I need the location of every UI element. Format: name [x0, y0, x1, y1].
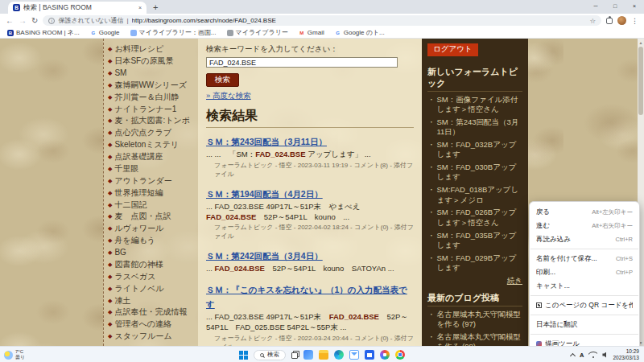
logout-button[interactable]: ログアウト — [427, 43, 478, 56]
context-menu-item-translate[interactable]: 日本語に翻訳 — [530, 318, 639, 331]
menu-item-link[interactable]: ◆ 図書館の神様 — [108, 259, 196, 271]
menu-item-link[interactable]: ◆ 麦・拡大図書:トンボ — [108, 115, 196, 127]
menu-item-link[interactable]: ◆ 管理者への連絡 — [108, 319, 196, 331]
tab-close-icon[interactable]: × — [138, 5, 142, 10]
context-menu-item-save-as[interactable]: 名前を付けて保存... Ctrl+S — [530, 252, 639, 265]
diamond-bullet-icon: ◆ — [108, 128, 112, 138]
menu-item-link[interactable]: ◆ 森博嗣WWシリーズ — [108, 80, 196, 92]
context-item-label: 名前を付けて保存... — [536, 254, 613, 264]
menu-item-link[interactable]: ◆ 舟を編もう — [108, 235, 196, 247]
bookmark-item[interactable]: マイライブラリー — [227, 28, 288, 37]
ime-indicator[interactable]: A — [580, 352, 584, 359]
extensions-icon[interactable] — [606, 18, 613, 24]
bookmark-item[interactable]: M Gmail — [299, 29, 324, 36]
address-bar[interactable]: i 保護されていない通信 | http://basingroom.com/sea… — [43, 15, 601, 26]
bookmark-item[interactable]: G Google のト... — [335, 28, 385, 37]
more-link[interactable]: 続き — [427, 276, 522, 286]
forum-topic-link[interactable]: ・ SM：FAD_026Bアップします＞悟空さん — [427, 208, 522, 228]
taskbar-app-chrome[interactable] — [395, 350, 405, 360]
task-view-button[interactable] — [291, 352, 298, 359]
menu-item-link[interactable]: ◆ 世界推理短編 — [108, 187, 196, 200]
result-title-link[interactable]: ＳＭ：『このキスを忘れない』（1）の入力配当表です — [206, 285, 407, 309]
bookmark-star-icon[interactable]: ☆ — [589, 17, 596, 25]
context-menu-item-cast[interactable]: キャスト... — [530, 279, 639, 293]
context-menu-item-reload[interactable]: 再読み込み Ctrl+R — [530, 232, 639, 246]
advanced-search-link[interactable]: » 高度な検索 — [206, 91, 251, 101]
menu-item-link[interactable]: ◆ ラスベガス — [108, 271, 196, 283]
back-button[interactable]: ← — [6, 17, 14, 25]
blog-post-link[interactable]: ・ 名古屋城本丸天守閣模型を作る (98) — [427, 332, 522, 346]
context-menu-item-print[interactable]: 印刷... Ctrl+P — [530, 265, 639, 279]
taskbar-search[interactable]: 検索 — [254, 350, 286, 360]
menu-item-link[interactable]: ◆ BG — [108, 247, 196, 259]
scroll-up-icon[interactable]: ▲ — [639, 39, 643, 46]
menu-item-link[interactable]: ◆ ライトノベル — [108, 283, 196, 295]
menu-item-link[interactable]: ◆ 点訳基礎講座 — [108, 151, 196, 163]
window-minimize-button[interactable]: ─ — [586, 0, 605, 12]
menu-item-link[interactable]: ◆ 麦 点図・点訳 — [108, 211, 196, 223]
menu-item-link[interactable]: ◆ 千里眼 — [108, 163, 196, 175]
search-input[interactable] — [206, 57, 398, 68]
scrollbar-thumb[interactable] — [638, 47, 643, 115]
menu-item-link[interactable]: ◆ 芥川賞ー＆白川静 — [108, 92, 196, 104]
bookmark-item[interactable]: G Google — [90, 29, 120, 36]
result-title-link[interactable]: ＳＭ：第242回配当（3月4日） — [206, 251, 323, 261]
context-menu-item-forward[interactable]: 進む Alt+右矢印キー — [530, 219, 639, 232]
reload-button[interactable]: ↻ — [31, 17, 38, 25]
taskbar-app-file-explorer[interactable] — [319, 350, 328, 360]
taskbar-app-mail[interactable] — [349, 350, 359, 360]
menu-item-link[interactable]: ◆ 点心穴点クラブ — [108, 127, 196, 139]
menu-item-link[interactable]: ◆ アウトランダー — [108, 175, 196, 187]
snippet-text: ... FAD_023.BSE 49P17L～51P末 — [206, 312, 329, 321]
hidden-icons-chevron[interactable] — [570, 353, 576, 359]
context-menu-item-create-qr-code[interactable]: このページの QR コードを作成 — [530, 298, 639, 312]
blog-post-link[interactable]: ・ 名古屋城本丸天守閣模型を作る (97) — [427, 310, 522, 330]
context-menu-item-drawing-tool[interactable]: 描画ツール — [530, 337, 639, 346]
search-button[interactable]: 検索 — [206, 73, 239, 87]
forward-button[interactable]: → — [19, 17, 27, 25]
taskbar-clock[interactable]: 10:29 2023/03/13 — [613, 348, 639, 361]
menu-item-link[interactable]: ◆ 十二国記 — [108, 199, 196, 211]
taskbar-app-widgets[interactable] — [303, 350, 313, 360]
menu-item-link[interactable]: ◆ 点訳奉仕・完成情報 — [108, 306, 196, 319]
forum-topic-link[interactable]: ・ SM：FAD_029Bアップします — [427, 253, 522, 274]
window-maximize-button[interactable]: □ — [605, 0, 625, 12]
bookmark-item[interactable]: B BASING ROOM | ネ... — [7, 28, 80, 37]
forum-topic-link[interactable]: ・ SM：FAD_032Bアップします — [427, 140, 522, 160]
new-tab-button[interactable]: + — [153, 2, 158, 12]
weather-widget[interactable]: 7°C 曇り — [4, 348, 25, 361]
menu-item-link[interactable]: ◆ 日本SFの原風景 — [108, 56, 196, 68]
browser-menu-icon[interactable]: ⋮ — [631, 17, 638, 25]
menu-item-link[interactable]: ◆ 凍土 — [108, 294, 196, 306]
context-item-shortcut: Ctrl+P — [616, 269, 633, 276]
bookmark-item[interactable]: マイライブラリー：画面... — [130, 28, 217, 37]
forum-topic-link[interactable]: ・ SM:FAD_018Bアップします＞メジロ — [427, 185, 522, 205]
taskbar-app-edge[interactable] — [334, 350, 344, 360]
forum-topic-link[interactable]: ・ SM：FAD_030Bアップします — [427, 162, 522, 183]
diamond-bullet-icon: ◆ — [108, 80, 112, 91]
network-icon[interactable] — [588, 352, 597, 358]
volume-icon[interactable] — [602, 352, 608, 358]
menu-item-link[interactable]: ◆ お料理レシピ — [108, 43, 196, 56]
forum-topics-list: ・ SM：画像ファイル添付します＞悟空さん ・ SM：第243回配当（3月11日… — [427, 95, 522, 274]
taskbar-app-store[interactable] — [365, 350, 374, 360]
context-menu-item-back[interactable]: 戻る Alt+左矢印キー — [530, 205, 639, 219]
menu-item-link[interactable]: ◆ Skeletonミステリ — [108, 139, 196, 151]
profile-avatar[interactable] — [617, 16, 626, 25]
result-title-link[interactable]: ＳＭ：第243回配当（3月11日） — [206, 137, 327, 146]
menu-item-label: ライトノベル — [114, 284, 163, 294]
menu-item-link[interactable]: ◆ スタッフルーム — [108, 331, 196, 343]
start-button[interactable] — [239, 351, 248, 360]
browser-tab[interactable]: B 検索 | BASING ROOM × — [8, 2, 147, 14]
menu-item-link[interactable]: ◆ ルヴォワール — [108, 223, 196, 235]
not-secure-icon[interactable]: i — [48, 18, 55, 24]
window-close-button[interactable]: × — [625, 0, 644, 12]
menu-item-link[interactable]: ◆ ナイトランナー1 — [108, 103, 196, 115]
forum-topic-link[interactable]: ・ SM：画像ファイル添付します＞悟空さん — [427, 95, 522, 115]
forum-topic-link[interactable]: ・ SM：FAD_035Bアップします — [427, 231, 522, 251]
results-heading: 検索結果 — [206, 108, 414, 128]
result-title-link[interactable]: ＳＭ：第194回配当（4月2日） — [206, 189, 323, 199]
menu-item-link[interactable]: ◆ SM — [108, 68, 196, 80]
taskbar-app-photos[interactable] — [380, 350, 390, 360]
forum-topic-link[interactable]: ・ SM：第243回配当（3月11日） — [427, 117, 522, 138]
